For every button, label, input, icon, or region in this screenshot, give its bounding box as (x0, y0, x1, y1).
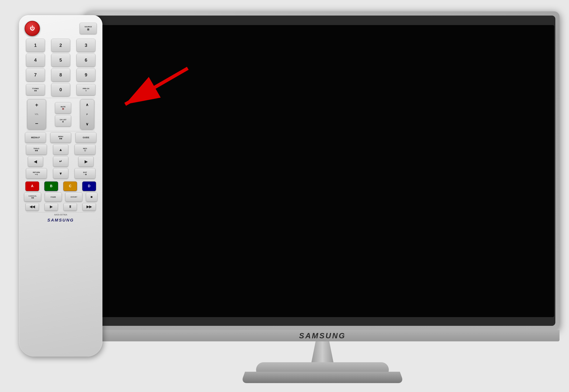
scene: SAMSUNG ⏻ SOURCE⊞ 1 2 3 4 (0, 0, 569, 392)
remote-brand: SAMSUNG (23, 218, 99, 223)
ttx-button[interactable]: TTX/MIX⊞⊠ (26, 84, 45, 95)
color-b-button[interactable]: B (44, 182, 58, 191)
up-arrow-button[interactable]: ▲ (53, 144, 68, 155)
adsubt-button[interactable]: AD/SUBT (65, 193, 82, 202)
emenu-button[interactable]: E-MANUAL⊞⊠ (24, 193, 41, 202)
exit-button[interactable]: EXIT←⊠ (75, 168, 95, 179)
divider1 (27, 98, 95, 98)
chlist-button[interactable]: CH LIST⊞ (55, 115, 71, 126)
info-button[interactable]: INFOⓘ (75, 144, 95, 155)
ffwd-button[interactable]: ▶▶ (83, 203, 96, 211)
button-3[interactable]: 3 (76, 39, 95, 52)
p-label: P (86, 113, 88, 115)
button-9[interactable]: 9 (76, 68, 95, 82)
divider4 (27, 212, 95, 212)
rewind-button[interactable]: ◀◀ (26, 203, 39, 211)
color-d-button[interactable]: D (82, 182, 96, 191)
tv-bezel (90, 15, 555, 326)
tv: SAMSUNG (85, 11, 559, 372)
right-arrow-button[interactable]: ▶ (78, 156, 94, 167)
remote: ⏻ SOURCE⊞ 1 2 3 4 5 6 7 8 9 (19, 15, 102, 357)
tv-bottom-bar: SAMSUNG (85, 330, 559, 341)
mute-button[interactable]: MUTE🔇 (55, 102, 71, 114)
source-button[interactable]: SOURCE⊞ (80, 23, 97, 34)
prech-button[interactable]: PRE-CH⊙ (76, 84, 95, 95)
button-7[interactable]: 7 (26, 68, 45, 82)
button-2[interactable]: 2 (51, 39, 70, 52)
button-4[interactable]: 4 (26, 54, 45, 67)
menu-button[interactable]: MENU⊞⊠ (50, 132, 71, 143)
channel-up-button[interactable]: ∧ (86, 102, 89, 107)
tv-stand-legs (241, 372, 404, 383)
down-arrow-button[interactable]: ▼ (53, 168, 68, 179)
psize-button[interactable]: P.SIZE (45, 193, 62, 202)
color-c-button[interactable]: C (63, 182, 77, 191)
tv-stand-neck (311, 341, 334, 364)
button-0[interactable]: 0 (51, 83, 70, 96)
channel-control[interactable]: ∧ P ∨ (80, 99, 94, 129)
volume-down-button[interactable]: − (35, 121, 38, 127)
return-button[interactable]: RETURN↩⊙ (26, 168, 47, 179)
play-button[interactable]: ▶ (44, 203, 58, 211)
left-arrow-button[interactable]: ◀ (28, 156, 43, 167)
tv-brand: SAMSUNG (299, 332, 346, 340)
tv-screen (99, 25, 554, 317)
button-5[interactable]: 5 (51, 54, 70, 67)
volume-up-button[interactable]: + (35, 102, 38, 108)
tools-button[interactable]: TOOLS⊞⊠ (26, 144, 47, 155)
button-6[interactable]: 6 (76, 54, 95, 67)
channel-down-button[interactable]: ∨ (86, 122, 89, 126)
guide-button[interactable]: GUIDE (75, 132, 96, 143)
mediap-button[interactable]: MEDIA.P (25, 132, 46, 143)
button-1[interactable]: 1 (26, 39, 45, 52)
button-8[interactable]: 8 (51, 68, 70, 82)
stop-button[interactable]: ■ (86, 193, 97, 202)
tv-outer (85, 11, 559, 330)
power-button[interactable]: ⏻ (25, 21, 40, 36)
enter-button[interactable]: ↵ (53, 156, 68, 167)
color-a-button[interactable]: A (25, 182, 39, 191)
pause-button[interactable]: ⏸ (64, 203, 77, 211)
remote-model: AA59-00796A (23, 213, 99, 216)
volume-control[interactable]: + VOL − (27, 99, 46, 129)
